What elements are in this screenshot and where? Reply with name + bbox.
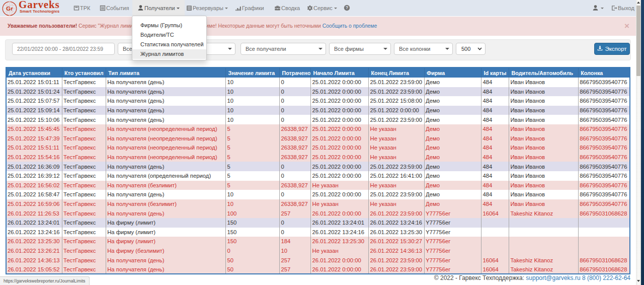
- svg-text:?: ?: [346, 5, 348, 10]
- svg-text:Gr: Gr: [6, 6, 13, 12]
